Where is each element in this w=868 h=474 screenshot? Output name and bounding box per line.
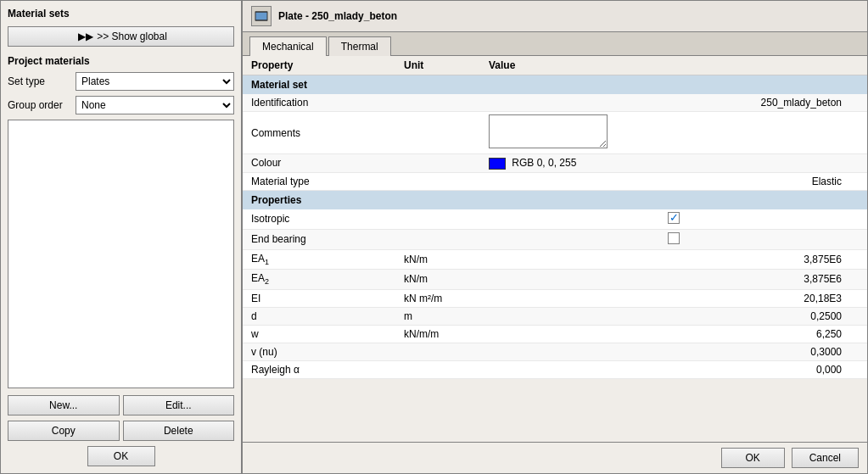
show-global-button[interactable]: ▶▶ >> Show global [8, 26, 234, 47]
col-value: Value [489, 59, 859, 71]
delete-button[interactable]: Delete [123, 421, 235, 441]
prop-identification-label: Identification [251, 97, 404, 109]
svg-rect-0 [255, 12, 267, 20]
ok-button-row: OK [8, 446, 234, 466]
cancel-button[interactable]: Cancel [792, 448, 859, 468]
prop-identification-value: 250_mlady_beton [489, 97, 859, 109]
prop-ea1-value: 3,875E6 [489, 254, 859, 265]
prop-ei-label: EI [251, 293, 404, 304]
table-row: Identification 250_mlady_beton [243, 94, 867, 112]
action-buttons-row-2: Copy Delete [8, 421, 234, 441]
show-global-label: >> Show global [97, 31, 167, 42]
prop-material-type-label: Material type [251, 176, 404, 187]
edit-button[interactable]: Edit... [123, 395, 235, 415]
action-buttons-row: New... Edit... [8, 395, 234, 415]
table-row: Rayleigh α 0,000 [243, 361, 867, 379]
prop-end-bearing-value[interactable] [489, 232, 859, 247]
left-panel: Material sets ▶▶ >> Show global Project … [0, 0, 242, 474]
left-panel-title: Material sets [8, 8, 234, 20]
table-row: Comments [243, 112, 867, 154]
tab-mechanical[interactable]: Mechanical [249, 36, 327, 56]
right-panel: Plate - 250_mlady_beton Mechanical Therm… [242, 0, 868, 474]
table-row: w kN/m/m 6,250 [243, 326, 867, 343]
prop-ea2-value: 3,875E6 [489, 273, 859, 285]
table-row: EA1 kN/m 3,875E6 [243, 250, 867, 270]
colour-swatch [489, 158, 506, 170]
show-global-icon: ▶▶ [78, 31, 93, 42]
prop-w-unit: kN/m/m [404, 328, 489, 340]
right-panel-title: Plate - 250_mlady_beton [278, 10, 397, 22]
tabs-bar: Mechanical Thermal [243, 32, 867, 56]
group-order-select[interactable]: None Alphabetical [76, 96, 234, 114]
prop-w-label: w [251, 328, 404, 340]
col-unit: Unit [404, 59, 489, 71]
prop-isotropic-label: Isotropic [251, 213, 404, 225]
prop-ea1-unit: kN/m [404, 254, 489, 265]
comments-input[interactable] [489, 114, 608, 148]
table-row: d m 0,2500 [243, 308, 867, 326]
prop-material-type-value: Elastic [489, 176, 859, 187]
table-header: Property Unit Value [243, 56, 867, 75]
bottom-bar: OK Cancel [243, 442, 867, 473]
table-row: End bearing [243, 230, 867, 250]
table-row: EA2 kN/m 3,875E6 [243, 270, 867, 289]
main-content: Property Unit Value Material set Identif… [243, 56, 867, 442]
table-row: Colour RGB 0, 0, 255 [243, 154, 867, 173]
prop-nu-value: 0,3000 [489, 346, 859, 358]
prop-colour-value[interactable]: RGB 0, 0, 255 [489, 157, 859, 170]
prop-colour-label: Colour [251, 157, 404, 169]
properties-section-header: Properties [243, 191, 867, 209]
right-title-bar: Plate - 250_mlady_beton [243, 1, 867, 32]
set-type-row: Set type Plates Beams Solids [8, 72, 234, 91]
prop-ei-unit: kN m²/m [404, 293, 489, 304]
prop-ei-value: 20,18E3 [489, 293, 859, 304]
left-ok-button[interactable]: OK [87, 446, 155, 466]
prop-rayleigh-a-value: 0,000 [489, 364, 859, 376]
prop-ea2-unit: kN/m [404, 273, 489, 285]
isotropic-checkbox[interactable] [668, 212, 680, 224]
tab-thermal[interactable]: Thermal [328, 36, 391, 56]
material-set-section-header: Material set [243, 75, 867, 94]
table-scroll[interactable]: Material set Identification 250_mlady_be… [243, 75, 867, 442]
table-row: Material type Elastic [243, 173, 867, 191]
set-type-select[interactable]: Plates Beams Solids [76, 72, 234, 91]
materials-list[interactable] [8, 120, 234, 388]
prop-d-label: d [251, 310, 404, 322]
project-materials-label: Project materials [8, 55, 234, 67]
prop-w-value: 6,250 [489, 328, 859, 340]
prop-rayleigh-a-label: Rayleigh α [251, 364, 404, 376]
prop-comments-label: Comments [251, 127, 404, 139]
prop-end-bearing-label: End bearing [251, 233, 404, 245]
end-bearing-checkbox[interactable] [668, 232, 680, 244]
col-property: Property [251, 59, 404, 71]
prop-d-value: 0,2500 [489, 310, 859, 322]
table-row: v (nu) 0,3000 [243, 343, 867, 361]
table-row: Isotropic [243, 209, 867, 230]
table-row: EI kN m²/m 20,18E3 [243, 290, 867, 308]
new-button[interactable]: New... [8, 395, 120, 415]
prop-d-unit: m [404, 310, 489, 322]
prop-ea2-label: EA2 [251, 272, 404, 286]
prop-comments-value [489, 114, 859, 151]
set-type-label: Set type [8, 75, 76, 87]
plate-icon [251, 6, 272, 26]
prop-nu-label: v (nu) [251, 346, 404, 358]
prop-isotropic-value[interactable] [489, 212, 859, 226]
ok-button[interactable]: OK [721, 448, 785, 468]
prop-ea1-label: EA1 [251, 253, 404, 266]
copy-button[interactable]: Copy [8, 421, 120, 441]
group-order-label: Group order [8, 99, 76, 111]
group-order-row: Group order None Alphabetical [8, 96, 234, 114]
